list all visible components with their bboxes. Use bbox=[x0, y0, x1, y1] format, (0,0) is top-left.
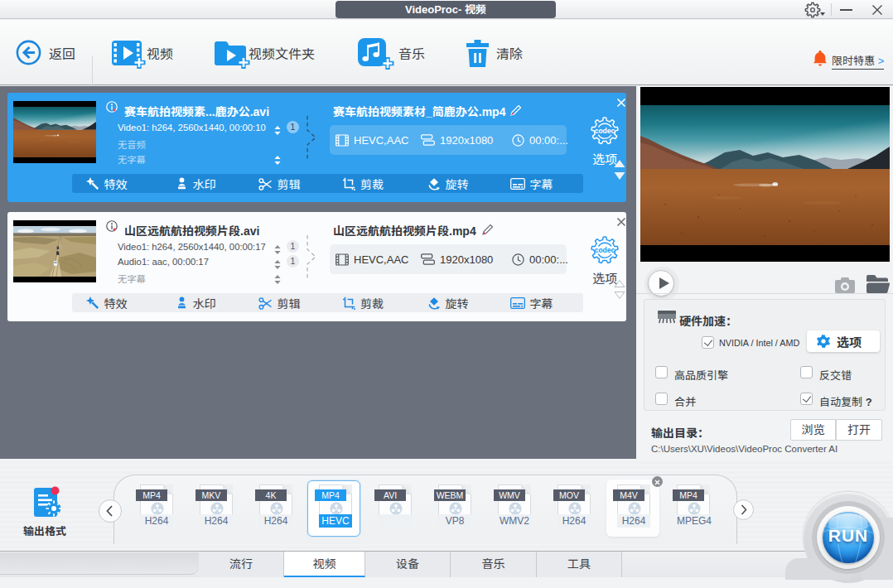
svg-text:codec: codec bbox=[595, 127, 615, 135]
svg-text:codec: codec bbox=[595, 246, 615, 254]
